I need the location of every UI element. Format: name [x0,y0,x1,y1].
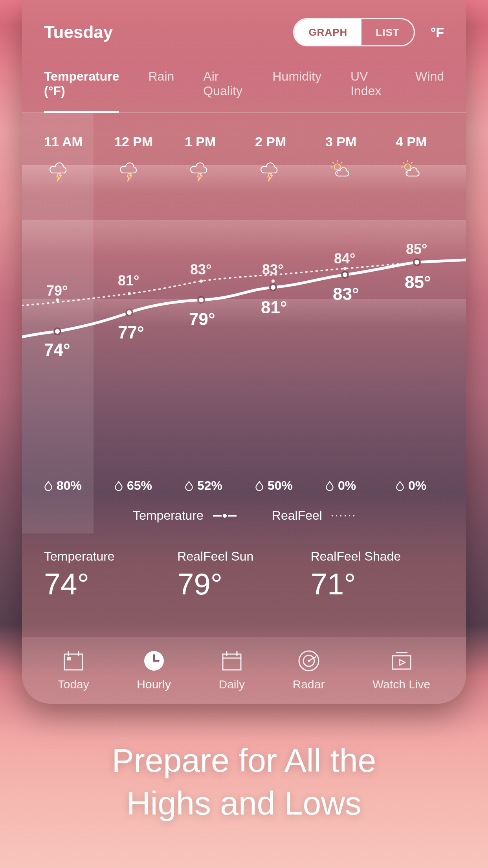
hour-col[interactable]: 2 PM [255,134,325,182]
summary-temperature: Temperature 74° [44,549,177,601]
summary-label: RealFeel Shade [311,549,444,564]
nav-label: Watch Live [372,678,430,691]
partly-sunny-icon [396,159,427,182]
temp-label: 83° [333,284,372,304]
chart-legend: Temperature RealFeel [22,508,466,523]
partly-sunny-icon [325,159,357,182]
temp-label: 74° [44,340,83,360]
summary-value: 71° [311,567,444,601]
nav-watch-live[interactable]: Watch Live [372,649,430,691]
precip-value: 50% [268,478,293,493]
tab-wind[interactable]: Wind [415,69,444,112]
realfeel-label: 81° [118,272,157,289]
svg-point-33 [223,514,227,518]
day-title: Tuesday [44,22,113,42]
temp-label: 85° [405,272,444,292]
realfeel-label: 83° [262,261,301,278]
hour-time: 1 PM [185,134,216,149]
precip-value: 0% [408,478,426,493]
summary-row: Temperature 74° RealFeel Sun 79° RealFee… [22,533,466,601]
precip-value: 80% [57,478,82,493]
svg-point-21 [126,309,132,316]
radar-icon [297,649,320,672]
hour-time: 2 PM [255,134,286,149]
unit-toggle[interactable]: °F [431,25,444,40]
nav-radar[interactable]: Radar [293,649,325,691]
tab-humidity[interactable]: Humidity [272,69,321,112]
nav-daily[interactable]: Daily [219,649,245,691]
nav-label: Today [58,678,89,691]
tab-rain[interactable]: Rain [148,69,174,112]
precip-value: 52% [197,478,222,493]
precip-value: 65% [127,478,152,493]
summary-value: 79° [177,567,310,601]
precipitation-row: 80% 65% 52% 50% 0% 0% [44,478,466,493]
dotted-line-icon [332,513,355,518]
hour-time: 4 PM [396,134,427,149]
hour-columns: 11 AM 12 PM 1 PM 2 PM 3 PM 4 PM [44,134,466,182]
summary-label: Temperature [44,549,177,564]
legend-temperature: Temperature [133,508,237,523]
svg-point-23 [270,284,276,291]
graph-toggle[interactable]: GRAPH [294,19,361,45]
temp-label: 79° [189,309,228,329]
hour-time: 12 PM [114,134,153,149]
realfeel-label: 79° [46,283,86,299]
tv-play-icon [390,649,413,672]
tagline-line: Prepare for All the [0,739,488,782]
temp-label: 81° [261,298,300,317]
raindrop-icon [185,481,193,491]
solid-line-icon [213,513,237,518]
header-controls: GRAPH LIST °F [293,18,444,46]
tab-temperature[interactable]: Temperature (°F) [44,69,119,113]
precip-value: 0% [338,478,356,493]
nav-label: Hourly [137,678,171,691]
svg-point-22 [198,297,204,303]
bottom-nav: Today Hourly Daily Radar Watch Live [22,637,466,704]
tab-uv[interactable]: UV Index [350,69,386,112]
nav-label: Radar [293,678,325,691]
precip-cell: 50% [255,478,325,493]
temp-label: 77° [118,323,157,342]
raindrop-icon [396,481,404,491]
nav-today[interactable]: Today [58,649,89,691]
raindrop-icon [325,481,334,491]
clock-icon [143,649,165,672]
svg-point-31 [415,261,418,264]
hour-col[interactable]: 1 PM [185,134,255,182]
thunderstorm-icon [185,159,216,182]
realfeel-label: 85° [406,241,445,257]
summary-value: 74° [44,567,177,601]
metric-tabs: Temperature (°F) Rain Air Quality Humidi… [22,46,466,113]
hourly-chart-area: 11 AM 12 PM 1 PM 2 PM 3 PM 4 PM [22,113,466,533]
hour-col[interactable]: 11 AM [44,134,114,182]
nav-hourly[interactable]: Hourly [137,649,171,691]
thunderstorm-icon [255,159,286,182]
hour-col[interactable]: 12 PM [114,134,185,182]
svg-point-29 [272,280,275,283]
legend-label: Temperature [133,508,204,523]
precip-cell: 65% [114,478,185,493]
legend-realfeel: RealFeel [272,508,355,523]
header: Tuesday GRAPH LIST °F [22,0,466,46]
precip-cell: 80% [44,478,114,493]
svg-point-24 [342,272,348,278]
svg-point-25 [414,259,420,265]
calendar-daily-icon [220,649,243,672]
hour-col[interactable]: 3 PM [325,134,396,182]
precip-cell: 0% [325,478,396,493]
calendar-today-icon [62,649,85,672]
summary-realfeel-shade: RealFeel Shade 71° [311,549,444,601]
thunderstorm-icon [114,159,146,182]
thunderstorm-icon [44,159,75,182]
raindrop-icon [255,481,264,491]
nav-label: Daily [219,678,245,691]
summary-realfeel-sun: RealFeel Sun 79° [177,549,310,601]
hour-time: 11 AM [44,134,83,149]
list-toggle[interactable]: LIST [361,19,413,45]
svg-point-30 [343,267,347,270]
hour-col[interactable]: 4 PM [396,134,466,182]
tab-air-quality[interactable]: Air Quality [203,69,243,112]
svg-point-27 [128,292,131,295]
realfeel-label: 84° [334,250,373,267]
